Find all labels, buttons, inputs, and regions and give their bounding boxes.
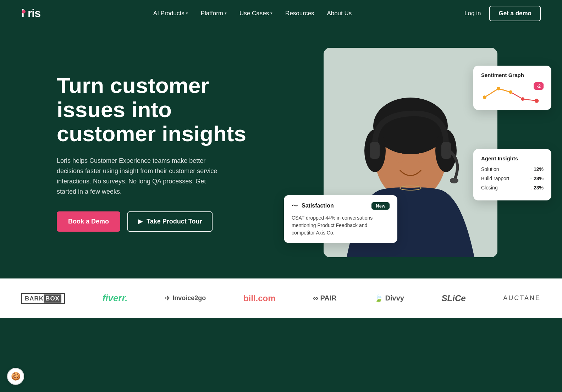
chart-icon: 〜: [292, 201, 298, 210]
satisfaction-card: 〜 Satisfaction New CSAT dropped 44% in c…: [284, 195, 397, 243]
satisfaction-new-badge: New: [371, 202, 390, 210]
satisfaction-title: Satisfaction: [302, 203, 334, 209]
sat-title-row: 〜 Satisfaction: [292, 201, 334, 210]
nav-links: AI Products ▾ Platform ▾ Use Cases ▾ Res…: [153, 10, 352, 17]
sentiment-badge: -2: [534, 82, 544, 90]
nav-ai-products[interactable]: AI Products ▾: [153, 10, 188, 17]
navigation: lris AI Products ▾ Platform ▾ Use Cases …: [0, 0, 562, 27]
chevron-down-icon: ▾: [186, 11, 188, 16]
svg-point-8: [417, 153, 425, 163]
nav-platform[interactable]: Platform ▾: [201, 10, 227, 17]
hero-content: Turn customer issues into customer insig…: [57, 73, 252, 232]
sentiment-card: Sentiment Graph -2: [473, 66, 551, 110]
svg-point-15: [509, 90, 512, 94]
cookie-button[interactable]: 🍪: [7, 368, 24, 385]
product-tour-button[interactable]: Take Product Tour: [127, 211, 213, 232]
get-demo-button[interactable]: Get a demo: [489, 6, 541, 21]
nav-actions: Log in Get a demo: [464, 6, 541, 21]
play-icon: [138, 219, 143, 224]
sentiment-graph: -2: [481, 82, 544, 104]
logo-bill: bill.com: [243, 293, 276, 303]
agent-val-rapport: ↑28%: [530, 176, 544, 181]
chevron-down-icon: ▾: [225, 11, 227, 16]
agent-insights-card: Agent Insights Solution ↑12% Build rappo…: [473, 149, 551, 200]
agent-insights-title: Agent Insights: [481, 155, 544, 161]
hero-cta-buttons: Book a Demo Take Product Tour: [57, 211, 252, 232]
logo-divvy: 🍃Divvy: [374, 294, 404, 303]
chevron-down-icon: ▾: [270, 11, 272, 16]
agent-val-solution: ↑12%: [530, 166, 544, 172]
logo-text: lris: [21, 7, 40, 20]
logo-pair: ∞ PAIR: [313, 294, 337, 302]
logo-invoice2go: ✈Invoice2go: [165, 294, 206, 302]
svg-point-7: [396, 153, 404, 163]
satisfaction-header: 〜 Satisfaction New: [292, 201, 390, 210]
svg-point-13: [483, 95, 486, 99]
logo-fiverr: fiverr.: [103, 293, 128, 304]
hero-section: Turn customer issues into customer insig…: [0, 27, 562, 278]
arrow-up-icon: ↑: [530, 176, 532, 181]
nav-use-cases[interactable]: Use Cases ▾: [239, 10, 272, 17]
agent-val-closing: ↓23%: [530, 185, 544, 191]
agent-row-rapport: Build rapport ↑28%: [481, 176, 544, 181]
login-button[interactable]: Log in: [464, 10, 481, 17]
nav-resources[interactable]: Resources: [285, 10, 314, 17]
hero-visual: Sentiment Graph -2 Agent Insights: [280, 48, 541, 257]
svg-point-17: [535, 99, 539, 103]
agent-label-rapport: Build rapport: [481, 176, 530, 181]
agent-row-solution: Solution ↑12%: [481, 166, 544, 172]
logo-auctane: AUCTANE: [503, 294, 541, 302]
nav-about-us[interactable]: About Us: [327, 10, 352, 17]
svg-point-16: [521, 97, 524, 101]
svg-rect-9: [370, 142, 380, 159]
arrow-up-icon: ↑: [530, 167, 532, 172]
arrow-down-icon: ↓: [530, 185, 532, 191]
logo-slice: SLiCe: [442, 293, 466, 303]
divvy-icon: 🍃: [374, 294, 383, 303]
agent-label-closing: Closing: [481, 185, 530, 191]
svg-point-14: [497, 87, 500, 90]
hero-title: Turn customer issues into customer insig…: [57, 73, 252, 146]
invoice-icon: ✈: [165, 294, 170, 302]
hero-subtitle: Loris helps Customer Experience teams ma…: [57, 156, 227, 197]
logos-bar: BARKBOX fiverr. ✈Invoice2go bill.com ∞ P…: [0, 278, 562, 318]
logo[interactable]: lris: [21, 7, 40, 20]
book-demo-button[interactable]: Book a Demo: [57, 211, 120, 232]
satisfaction-text: CSAT dropped 44% in conversations mentio…: [292, 214, 390, 237]
infinity-icon: ∞: [313, 294, 318, 302]
agent-label-solution: Solution: [481, 166, 530, 172]
agent-row-closing: Closing ↓23%: [481, 185, 544, 191]
logo-barkbox: BARKBOX: [21, 294, 65, 302]
svg-point-11: [450, 178, 458, 183]
sentiment-title: Sentiment Graph: [481, 72, 544, 78]
